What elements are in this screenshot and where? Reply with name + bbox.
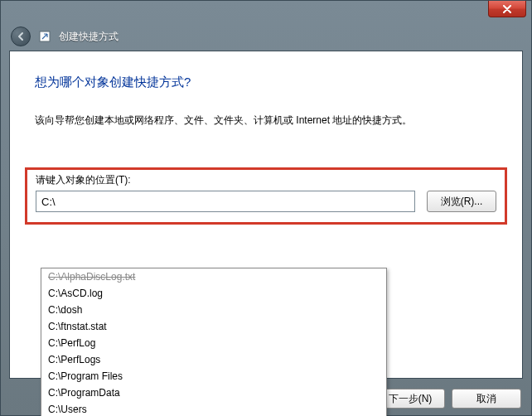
location-label: 请键入对象的位置(T): bbox=[36, 173, 496, 187]
close-button[interactable] bbox=[488, 1, 526, 17]
autocomplete-item[interactable]: C:\Users bbox=[41, 401, 386, 416]
page-description: 该向导帮您创建本地或网络程序、文件、文件夹、计算机或 Internet 地址的快… bbox=[35, 114, 497, 128]
autocomplete-dropdown[interactable]: C:\AlphaDiscLog.txtC:\AsCD.logC:\doshC:\… bbox=[41, 268, 387, 416]
arrow-left-icon bbox=[16, 31, 26, 41]
back-button[interactable] bbox=[11, 27, 31, 46]
autocomplete-item[interactable]: C:\AlphaDiscLog.txt bbox=[41, 268, 386, 285]
location-highlight: 请键入对象的位置(T): 浏览(R)... bbox=[25, 167, 507, 225]
autocomplete-item[interactable]: C:\PerfLog bbox=[41, 335, 386, 351]
client-area: 想为哪个对象创建快捷方式? 该向导帮您创建本地或网络程序、文件、文件夹、计算机或… bbox=[9, 51, 523, 379]
page-heading: 想为哪个对象创建快捷方式? bbox=[35, 75, 497, 90]
header: 创建快捷方式 bbox=[1, 24, 531, 49]
title-bar bbox=[1, 1, 531, 24]
dialog-window: 创建快捷方式 想为哪个对象创建快捷方式? 该向导帮您创建本地或网络程序、文件、文… bbox=[0, 0, 532, 416]
autocomplete-item[interactable]: C:\Program Files bbox=[41, 368, 386, 385]
browse-button[interactable]: 浏览(R)... bbox=[427, 191, 496, 212]
window-title: 创建快捷方式 bbox=[59, 30, 118, 44]
autocomplete-item[interactable]: C:\PerfLogs bbox=[41, 351, 386, 368]
autocomplete-item[interactable]: C:\AsCD.log bbox=[41, 285, 386, 302]
cancel-button[interactable]: 取消 bbox=[452, 389, 521, 409]
shortcut-icon bbox=[39, 31, 51, 42]
location-input[interactable] bbox=[36, 191, 415, 212]
autocomplete-item[interactable]: C:\ftnstat.stat bbox=[41, 318, 386, 335]
autocomplete-item[interactable]: C:\dosh bbox=[41, 302, 386, 318]
autocomplete-item[interactable]: C:\ProgramData bbox=[41, 385, 386, 401]
dialog-footer: 下一步(N) 取消 bbox=[375, 389, 521, 409]
close-icon bbox=[502, 5, 512, 13]
location-row: 浏览(R)... bbox=[36, 191, 496, 212]
